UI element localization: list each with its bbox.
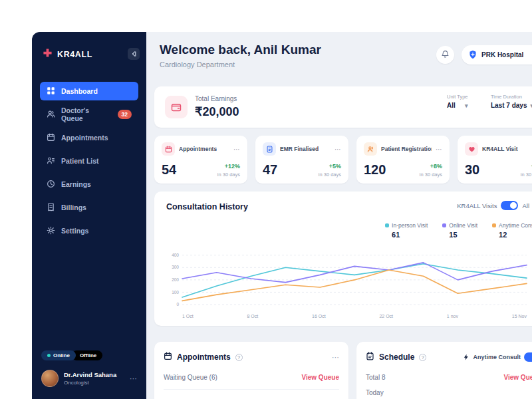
dashboard-icon — [47, 86, 55, 96]
chart-x-labels: 1 Oct8 Oct16 Oct22 Oct1 nov15 Nov — [182, 314, 527, 319]
all-label: All — [522, 202, 529, 209]
schedule-card-title: Schedule — [379, 352, 414, 362]
total-earnings-card: Total Earnings ₹20,000 Unit Type All▾ Ti… — [154, 86, 532, 128]
appointments-card-icon — [164, 351, 172, 363]
legend-value: 61 — [392, 231, 428, 239]
page-subtitle: Cardiology Department — [160, 61, 321, 68]
sidebar-item-billings[interactable]: Billings — [40, 198, 138, 217]
x-tick-label: 16 Oct — [312, 314, 326, 319]
help-icon[interactable]: ? — [419, 354, 426, 361]
stats-row: Appointments ⋯ 54 +12% in 30 days EMR Fi… — [154, 136, 532, 184]
stat-delta: +8% — [430, 163, 442, 170]
stat-period: in 30 days — [217, 172, 240, 178]
doctors-queue-icon — [47, 110, 55, 120]
unit-type-label: Unit Type — [447, 94, 468, 100]
sidebar-nav: Dashboard Doctor's Queue 32 Appointments… — [32, 82, 146, 240]
chevron-down-icon: ▾ — [465, 102, 468, 109]
more-icon[interactable]: ⋯ — [233, 146, 240, 153]
stat-label: EMR Finalised — [280, 146, 319, 152]
sidebar-item-doctors-queue[interactable]: Doctor's Queue 32 — [40, 105, 138, 124]
online-swatch — [442, 223, 446, 227]
anytime-consult-label: Anytime Consult — [473, 354, 521, 360]
consultation-chart: 4003002001000 — [164, 249, 531, 310]
patient-list-icon — [47, 156, 55, 166]
svg-text:200: 200 — [172, 277, 179, 282]
help-icon[interactable]: ? — [235, 354, 243, 361]
view-queue-link[interactable]: View Queue — [301, 374, 339, 381]
notifications-button[interactable] — [436, 46, 454, 64]
stat-value: 47 — [263, 162, 277, 178]
schedule-card-icon — [366, 351, 374, 363]
sidebar-item-appointments[interactable]: Appointments — [40, 128, 138, 147]
total-label: Total 8 — [366, 374, 385, 381]
main-content: Welcome back, Anil Kumar Cardiology Depa… — [146, 32, 532, 399]
legend-in-person: In-person Visit 61 — [385, 222, 428, 239]
emr-document-icon — [263, 142, 276, 156]
appointments-icon — [47, 133, 55, 143]
svg-text:400: 400 — [172, 253, 179, 257]
earnings-icon — [47, 180, 55, 190]
consultation-history-title: Consultation History — [166, 202, 248, 211]
bell-icon — [441, 49, 450, 61]
legend-online: Online Visit 15 — [442, 222, 477, 239]
more-icon[interactable]: ⋯ — [436, 146, 442, 153]
collapse-sidebar-button[interactable] — [128, 48, 140, 60]
stat-label: Patient Registrations — [381, 146, 432, 152]
settings-gear-icon — [47, 226, 55, 236]
chart-area: 4003002001000 1 Oct8 Oct16 Oct22 Oct1 no… — [164, 249, 531, 319]
hospital-name: PRK Hospital — [481, 51, 523, 59]
svg-text:100: 100 — [172, 290, 179, 295]
logo-text: KR4ALL — [57, 50, 92, 59]
sidebar: KR4ALL Dashboard Doctor's Queue 32 Appoi… — [32, 32, 146, 399]
online-label: Online — [53, 352, 70, 358]
stat-card-patient-registrations: Patient Registrations ⋯ 120 +8% in 30 da… — [356, 136, 450, 184]
sidebar-item-settings[interactable]: Settings — [40, 221, 138, 240]
offline-label: Offline — [80, 352, 96, 358]
stat-value: 54 — [162, 162, 176, 178]
online-dot-icon — [47, 354, 51, 357]
sidebar-item-label: Appointments — [61, 134, 108, 142]
sidebar-item-dashboard[interactable]: Dashboard — [40, 82, 138, 100]
stat-period: in 30 days — [521, 172, 532, 178]
sidebar-item-patient-list[interactable]: Patient List — [40, 152, 138, 170]
sidebar-item-label: Doctor's Queue — [61, 106, 112, 122]
stat-period: in 30 days — [420, 172, 442, 178]
heart-icon — [465, 142, 478, 156]
stat-delta: +12% — [225, 163, 240, 170]
time-duration-dropdown[interactable]: Time Duration Last 7 days▾ — [491, 94, 532, 109]
billings-icon — [47, 203, 55, 213]
patients-icon — [364, 142, 377, 156]
view-queue-link[interactable]: View Queue — [503, 374, 532, 381]
total-earnings-value: ₹20,000 — [195, 104, 239, 119]
avatar — [41, 370, 59, 387]
lightning-bolt-icon — [463, 351, 469, 363]
today-label: Today — [366, 389, 532, 396]
more-icon[interactable]: ⋯ — [334, 146, 341, 153]
hospital-selector[interactable]: PRK Hospital ▾ — [462, 45, 532, 65]
availability-toggle: Online Offline — [32, 350, 146, 360]
kr4all-visits-toggle[interactable] — [501, 201, 518, 210]
online-status-pill[interactable]: Online — [41, 350, 76, 360]
more-icon[interactable]: ⋯ — [332, 353, 339, 362]
unit-type-value: All — [447, 102, 456, 109]
x-tick-label: 8 Oct — [247, 314, 259, 319]
stat-delta: +5% — [329, 163, 341, 170]
page-title: Welcome back, Anil Kumar — [160, 43, 321, 57]
profile-more-icon[interactable]: ⋯ — [130, 374, 137, 383]
profile-name: Dr.Arvind Sahana — [64, 371, 116, 379]
kr4all-visits-label: KR4ALL Visits — [457, 202, 497, 209]
appointments-card-title: Appointments — [177, 352, 231, 362]
stat-label: KR4ALL Visit — [482, 146, 518, 152]
unit-type-dropdown[interactable]: Unit Type All▾ — [447, 94, 468, 109]
offline-status-pill[interactable]: Offline — [72, 350, 102, 360]
anytime-swatch — [492, 223, 496, 227]
x-tick-label: 1 Oct — [182, 314, 194, 319]
app-window: KR4ALL Dashboard Doctor's Queue 32 Appoi… — [32, 32, 532, 399]
total-earnings-label: Total Earnings — [195, 95, 239, 102]
anytime-consult-toggle[interactable] — [524, 352, 532, 362]
profile-section[interactable]: Dr.Arvind Sahana Oncologist ⋯ — [32, 370, 146, 399]
profile-role: Oncologist — [64, 380, 116, 386]
x-tick-label: 22 Oct — [379, 314, 393, 319]
x-tick-label: 1 nov — [447, 314, 458, 319]
sidebar-item-earnings[interactable]: Earnings — [40, 175, 138, 194]
